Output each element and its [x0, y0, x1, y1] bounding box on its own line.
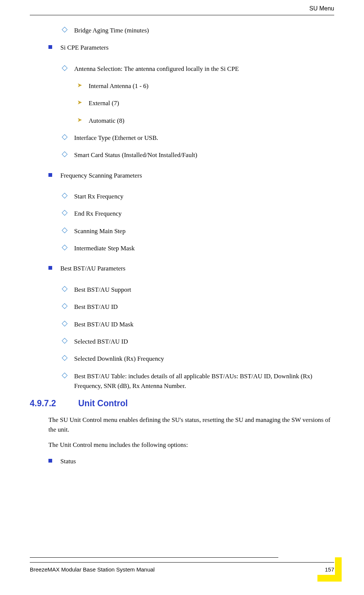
- item-text: Bridge Aging Time (minutes): [74, 26, 149, 35]
- list-item: Frequency Scanning Parameters: [48, 171, 334, 181]
- list-item: Intermediate Step Mask: [63, 244, 334, 253]
- list-item: Bridge Aging Time (minutes): [63, 26, 334, 35]
- item-text: Best BST/AU ID: [74, 302, 118, 312]
- square-icon: [48, 459, 52, 463]
- item-text: Scanning Main Step: [74, 226, 126, 236]
- diamond-icon: [62, 27, 68, 33]
- footer-left: BreezeMAX Modular Base Station System Ma…: [30, 566, 155, 573]
- diamond-icon: [62, 193, 68, 199]
- item-text: Selected BST/AU ID: [74, 337, 128, 347]
- diamond-icon: [62, 228, 68, 234]
- square-icon: [48, 266, 52, 270]
- list-item: Status: [48, 457, 334, 466]
- section-number: 4.9.7.2: [30, 398, 78, 408]
- list-item: ➤ External (7): [77, 98, 334, 108]
- square-icon: [48, 45, 52, 49]
- paragraph: The Unit Control menu includes the follo…: [48, 440, 334, 450]
- list-item: Scanning Main Step: [63, 226, 334, 236]
- list-item: Best BST/AU Support: [63, 285, 334, 295]
- diamond-icon: [62, 303, 68, 309]
- item-text: Frequency Scanning Parameters: [60, 171, 142, 181]
- list-item: Best BST/AU ID: [63, 302, 334, 312]
- list-item: Start Rx Frequency: [63, 192, 334, 201]
- list-item: Best BST/AU Table: includes details of a…: [63, 372, 334, 391]
- diamond-icon: [62, 372, 68, 378]
- item-text: Intermediate Step Mask: [74, 244, 134, 253]
- item-text: Selected Downlink (Rx) Frequency: [74, 354, 164, 364]
- list-item: Interface Type (Ethernet or USB.: [63, 133, 334, 143]
- list-item: Selected BST/AU ID: [63, 337, 334, 347]
- list-item: Smart Card Status (Installed/Not Install…: [63, 150, 334, 160]
- diamond-icon: [62, 320, 68, 326]
- list-item: Best BST/AU ID Mask: [63, 320, 334, 329]
- page-footer: BreezeMAX Modular Base Station System Ma…: [30, 562, 334, 573]
- diamond-icon: [62, 134, 68, 140]
- diamond-icon: [62, 65, 68, 71]
- list-item: Selected Downlink (Rx) Frequency: [63, 354, 334, 364]
- footer-rule: [30, 557, 278, 558]
- item-text: Interface Type (Ethernet or USB.: [74, 133, 158, 143]
- item-text: Si CPE Parameters: [60, 43, 108, 53]
- section-title: Unit Control: [78, 398, 128, 408]
- item-text: Best BST/AU Support: [74, 285, 131, 295]
- page-header-title: SU Menu: [30, 0, 334, 15]
- item-text: External (7): [89, 98, 119, 108]
- item-text: End Rx Frequency: [74, 209, 121, 219]
- diamond-icon: [62, 151, 68, 157]
- list-item: End Rx Frequency: [63, 209, 334, 219]
- item-text: Best BST/AU Table: includes details of a…: [74, 372, 334, 391]
- main-content: Bridge Aging Time (minutes) Si CPE Param…: [0, 15, 364, 466]
- item-text: Status: [60, 457, 76, 466]
- item-text: Best BST/AU Parameters: [60, 264, 126, 273]
- diamond-icon: [62, 338, 68, 344]
- item-text: Internal Antenna (1 - 6): [89, 81, 149, 91]
- list-item: Si CPE Parameters: [48, 43, 334, 53]
- list-item: Best BST/AU Parameters: [48, 264, 334, 273]
- list-item: ➤ Automatic (8): [77, 116, 334, 126]
- diamond-icon: [62, 286, 68, 292]
- corner-decoration: [317, 557, 342, 582]
- list-item: Antenna Selection: The antenna configure…: [63, 64, 334, 74]
- diamond-icon: [62, 210, 68, 216]
- list-item: ➤ Internal Antenna (1 - 6): [77, 81, 334, 91]
- arrow-icon: ➤: [77, 82, 82, 88]
- square-icon: [48, 173, 52, 177]
- arrow-icon: ➤: [77, 117, 82, 123]
- diamond-icon: [62, 355, 68, 361]
- arrow-icon: ➤: [77, 99, 82, 106]
- paragraph: The SU Unit Control menu enables definin…: [48, 415, 334, 434]
- diamond-icon: [62, 245, 68, 251]
- item-text: Start Rx Frequency: [74, 192, 123, 201]
- item-text: Best BST/AU ID Mask: [74, 320, 133, 329]
- item-text: Smart Card Status (Installed/Not Install…: [74, 150, 197, 160]
- item-text: Automatic (8): [89, 116, 124, 126]
- item-text: Antenna Selection: The antenna configure…: [74, 64, 239, 74]
- section-heading: 4.9.7.2 Unit Control: [30, 398, 334, 408]
